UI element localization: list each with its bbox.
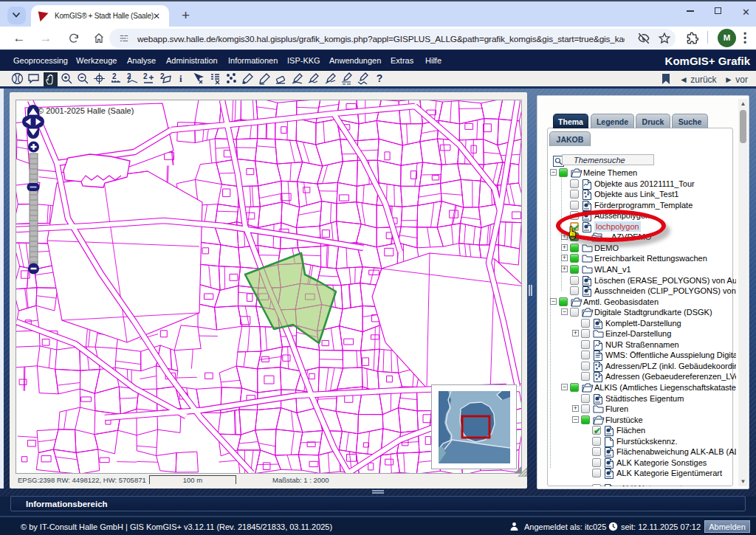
svg-text:i: i xyxy=(179,73,182,84)
svg-text:2: 2 xyxy=(112,72,117,80)
svg-text:2: 2 xyxy=(143,72,148,80)
